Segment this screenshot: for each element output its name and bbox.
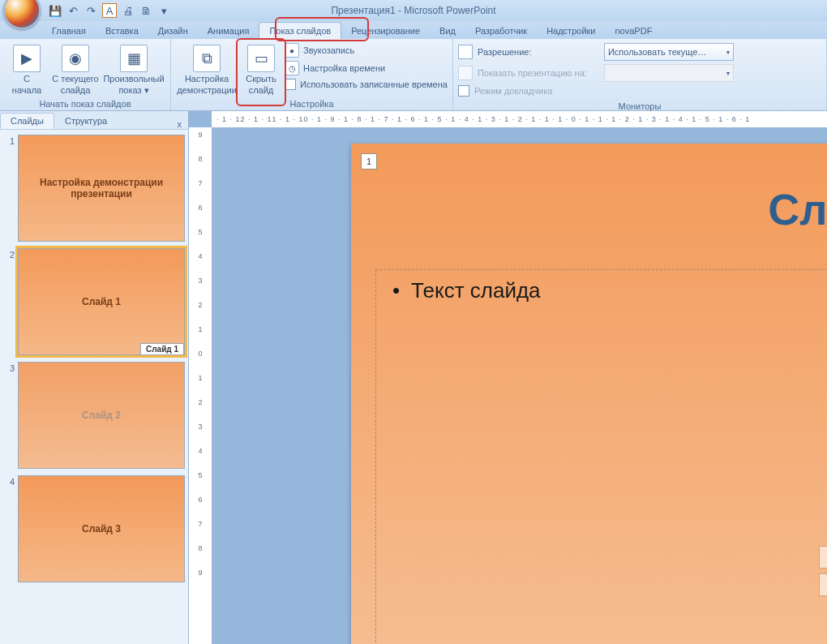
quick-access-toolbar: 💾 ↶ ↷ A 🖨 🗎 ▾ <box>49 3 170 18</box>
thumb-number: 3 <box>3 362 18 373</box>
insert-table-icon[interactable]: ▦ <box>819 546 827 569</box>
label: Использовать записанные времена <box>300 79 448 89</box>
thumb-title: Слайд 3 <box>82 523 121 535</box>
tab-animation[interactable]: Анимация <box>198 23 259 39</box>
thumbnails-list: 1 Настройка демонстрации презентации 2 С… <box>0 130 188 644</box>
slide-thumb-2[interactable]: Слайд 1 Слайд 1 <box>18 248 185 355</box>
slide-edit-area: · 1 · 12 · 1 · 11 · 1 · 10 · 1 · 9 · 1 ·… <box>189 111 827 644</box>
label: С текущего <box>52 74 98 84</box>
print-icon[interactable]: 🖨 <box>122 4 135 17</box>
label: Использовать текуще… <box>608 47 706 57</box>
horizontal-ruler: · 1 · 12 · 1 · 11 · 1 · 10 · 1 · 9 · 1 ·… <box>212 111 827 128</box>
group-monitors: Разрешение: Использовать текуще…▾ Показа… <box>453 39 827 110</box>
label: слайда <box>61 85 91 95</box>
tab-design[interactable]: Дизайн <box>148 23 198 39</box>
setup-slideshow-button[interactable]: ⧉ Настройка демонстрации <box>176 41 238 97</box>
bullet-text: Текст слайда <box>392 278 827 303</box>
monitor-icon <box>458 45 473 59</box>
show-on-select: ▾ <box>604 64 734 82</box>
panel-close-button[interactable]: x <box>171 119 189 129</box>
vertical-ruler: 9876543210123456789 <box>189 127 212 644</box>
label: Настройка времени <box>303 63 385 73</box>
font-a-icon[interactable]: A <box>102 3 117 18</box>
label: начала <box>12 85 41 95</box>
chevron-down-icon: ▾ <box>726 49 730 56</box>
thumb-title: Настройка демонстрации презентации <box>19 177 184 200</box>
thumb-number: 1 <box>3 135 18 146</box>
play-from-start-icon: ▶ <box>13 45 41 72</box>
slide-thumb-3[interactable]: Слайд 2 <box>18 362 185 469</box>
ribbon: ▶ С начала ◉ С текущего слайда ▦ Произво… <box>0 39 827 111</box>
rehearse-timings-button[interactable]: ◷Настройка времени <box>285 61 448 75</box>
thumb-title: Слайд 1 <box>82 296 121 307</box>
group-label: Настройка <box>176 97 448 110</box>
tab-view[interactable]: Вид <box>430 23 465 39</box>
custom-show-icon: ▦ <box>120 45 148 72</box>
presenter-view-checkbox: Режим докладчика <box>474 86 552 96</box>
chevron-down-icon: ▾ <box>726 70 730 77</box>
title-bar: 💾 ↶ ↷ A 🖨 🗎 ▾ Презентация1 - Microsoft P… <box>0 0 827 21</box>
content-area: Слайды Структура x 1 Настройка демонстра… <box>0 111 827 644</box>
custom-slideshow-button[interactable]: ▦ Произвольный показ ▾ <box>102 41 165 97</box>
label: Настройка <box>185 74 229 84</box>
resolution-label: Разрешение: <box>478 47 599 57</box>
show-on-label: Показать презентацию на: <box>478 68 599 78</box>
group-setup: ⧉ Настройка демонстрации ▭ Скрыть слайд … <box>171 39 453 110</box>
label: демонстрации <box>177 85 237 95</box>
checkbox-icon <box>458 85 469 97</box>
content-placeholder-icons: ▦ ▮ ➤ ▧ ☺ ◌ <box>819 546 827 596</box>
slide-indicator: 1 <box>361 153 377 170</box>
slide-thumb-1[interactable]: Настройка демонстрации презентации <box>18 135 185 242</box>
checkbox-icon <box>285 79 296 90</box>
new-doc-icon[interactable]: 🗎 <box>139 4 152 17</box>
tab-addins[interactable]: Надстройки <box>537 23 605 39</box>
record-icon: ● <box>285 43 299 58</box>
thumb-number: 2 <box>3 248 18 260</box>
group-start-slideshow: ▶ С начала ◉ С текущего слайда ▦ Произво… <box>0 39 171 110</box>
resolution-select[interactable]: Использовать текуще…▾ <box>604 43 734 61</box>
tab-insert[interactable]: Вставка <box>96 23 148 39</box>
slide-title-placeholder[interactable]: Слайд 2 <box>768 184 827 234</box>
from-beginning-button[interactable]: ▶ С начала <box>5 41 49 97</box>
hide-slide-icon: ▭ <box>247 45 275 72</box>
use-timings-checkbox[interactable]: Использовать записанные времена <box>285 79 448 90</box>
label: показ ▾ <box>118 85 148 95</box>
monitor-icon <box>458 66 473 80</box>
record-narration-button[interactable]: ●Звукозапись <box>285 43 448 58</box>
thumb-number: 4 <box>3 475 18 487</box>
tab-slideshow[interactable]: Показ слайдов <box>259 22 341 39</box>
thumb-tooltip: Слайд 1 <box>140 343 184 355</box>
from-current-button[interactable]: ◉ С текущего слайда <box>50 41 101 97</box>
hide-slide-button[interactable]: ▭ Скрыть слайд <box>239 41 283 97</box>
label: С <box>24 74 30 84</box>
label: Скрыть <box>246 74 276 84</box>
tab-review[interactable]: Рецензирование <box>341 23 430 39</box>
save-icon[interactable]: 💾 <box>49 4 62 17</box>
clock-icon: ◷ <box>285 61 299 75</box>
qat-dropdown-icon[interactable]: ▾ <box>157 4 170 17</box>
label: Произвольный <box>103 74 164 84</box>
panel-tab-slides[interactable]: Слайды <box>0 113 54 129</box>
label: Звукозапись <box>303 45 354 55</box>
tab-novapdf[interactable]: novaPDF <box>606 23 662 39</box>
panel-tab-outline[interactable]: Структура <box>54 113 118 129</box>
setup-icon: ⧉ <box>193 45 221 72</box>
tab-developer[interactable]: Разработчик <box>465 23 537 39</box>
slide-thumb-4[interactable]: Слайд 3 <box>18 475 185 582</box>
ribbon-tabs: Главная Вставка Дизайн Анимация Показ сл… <box>0 21 827 39</box>
redo-icon[interactable]: ↷ <box>84 4 97 17</box>
group-label: Начать показ слайдов <box>5 97 165 110</box>
thumb-title: Слайд 2 <box>82 410 121 421</box>
undo-icon[interactable]: ↶ <box>66 4 79 17</box>
label: слайд <box>249 85 274 95</box>
tab-home[interactable]: Главная <box>42 23 96 39</box>
slides-panel: Слайды Структура x 1 Настройка демонстра… <box>0 111 189 644</box>
slide-body-placeholder[interactable]: Текст слайда ▦ ▮ ➤ ▧ ☺ ◌ <box>375 269 827 644</box>
slide-canvas[interactable]: 1 Слайд 2 Текст слайда ▦ ▮ ➤ ▧ ☺ ◌ <box>351 144 827 644</box>
play-from-current-icon: ◉ <box>62 45 89 72</box>
insert-picture-icon[interactable]: ▧ <box>819 573 827 596</box>
